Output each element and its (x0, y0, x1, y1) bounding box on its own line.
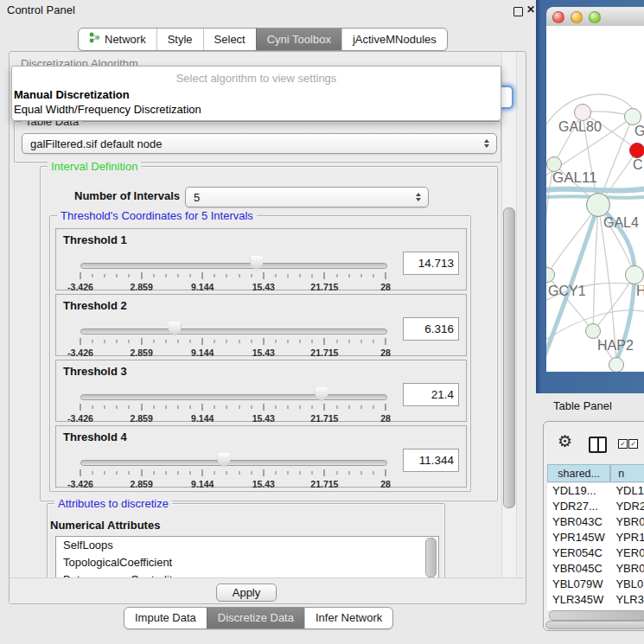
table-row[interactable]: YBL079WYBL0 (547, 577, 644, 592)
tab-discretize-data[interactable]: Discretize Data (207, 608, 304, 628)
node-label: C (633, 157, 643, 173)
table-cell[interactable]: YPR145W (547, 530, 610, 545)
number-of-intervals-label: Number of Intervals (74, 189, 180, 202)
threshold-value-field[interactable] (403, 449, 459, 472)
node-h[interactable] (625, 265, 644, 284)
node-label: H (636, 284, 644, 299)
node-bottom[interactable] (609, 357, 624, 372)
table-cell[interactable]: YBL079W (547, 577, 610, 592)
node-gal80[interactable] (574, 104, 591, 121)
table-cell[interactable]: YDR27... (547, 499, 610, 514)
gear-icon[interactable]: ⚙ (558, 433, 572, 450)
attributes-group: Attributes to discretize Numerical Attri… (47, 503, 445, 586)
table-row[interactable]: YBR043CYBR0 (547, 514, 644, 530)
list-item[interactable]: SelfLoops (56, 537, 438, 554)
table-row[interactable]: YLR345WYLR3 (547, 592, 644, 608)
slider-track (80, 328, 387, 335)
minimize-traffic-light-icon[interactable] (571, 11, 583, 23)
apply-bar: Apply (10, 577, 524, 603)
slider-tick-labels: -3.4262.8599.14415.4321.71528 (80, 413, 386, 424)
network-icon (89, 32, 100, 46)
table-cell[interactable]: YER0 (610, 545, 644, 561)
threshold-panel: Threshold 1-3.4262.8599.14415.4321.71528 (55, 228, 467, 290)
table-cell[interactable]: YLR3 (610, 592, 644, 608)
table-cell[interactable]: YBR043C (547, 514, 610, 530)
tick-label: 9.144 (191, 413, 214, 424)
table-row[interactable]: YER054CYER0 (547, 545, 644, 561)
list-item[interactable]: TopologicalCoefficient (56, 554, 438, 571)
table-cell[interactable]: YPR1 (610, 530, 644, 545)
tab-label: Infer Network (316, 611, 382, 624)
table-panel-title: Table Panel (553, 399, 612, 412)
tab-style[interactable]: Style (156, 29, 203, 50)
slider-ticks (80, 272, 386, 280)
tab-select[interactable]: Select (203, 29, 256, 50)
tab-cyni-toolbox[interactable]: Cyni Toolbox (256, 29, 341, 50)
panel-scrollbar-thumb[interactable] (503, 207, 515, 508)
tick-label: 9.144 (191, 348, 214, 358)
table-row[interactable]: YDL19...YDL1 (547, 483, 644, 499)
close-traffic-light-icon[interactable] (552, 11, 564, 23)
slider-track (80, 394, 387, 400)
list-scrollbar-thumb[interactable] (425, 538, 437, 577)
network-canvas[interactable]: GAL80GCGAL11GAL4GCY1HHAP2 (546, 26, 644, 372)
node-hap2[interactable] (585, 323, 601, 339)
table-cell[interactable]: YDL19... (547, 483, 610, 499)
table-cell[interactable]: YBR0 (610, 561, 644, 577)
apply-button[interactable]: Apply (216, 583, 277, 602)
node-upper-right[interactable] (624, 108, 641, 125)
tab-label: Network (105, 33, 146, 46)
numerical-attributes-list[interactable]: SelfLoopsTopologicalCoefficientBetweenne… (55, 536, 439, 581)
tab-network[interactable]: Network (79, 29, 156, 50)
tab-label: Style (168, 33, 193, 46)
table-row[interactable]: YBR045CYBR0 (547, 561, 644, 577)
node-label: G (634, 124, 644, 139)
threshold-value-field[interactable] (403, 317, 459, 341)
table-cell[interactable]: YDR2 (610, 499, 644, 514)
tab-jactivemnodules[interactable]: jActiveMNodules (341, 29, 447, 50)
slider-ticks (80, 338, 386, 346)
table-cell[interactable]: YBR045C (547, 561, 610, 577)
node-red[interactable] (629, 143, 644, 158)
tick-label: -3.426 (67, 479, 93, 489)
tab-impute-data[interactable]: Impute Data (124, 608, 207, 628)
node-gal4[interactable] (586, 193, 610, 217)
control-panel-title: Control Panel (7, 3, 75, 16)
slider-tick-labels: -3.4262.8599.14415.4321.71528 (80, 282, 386, 292)
threshold-slider[interactable]: -3.4262.8599.14415.4321.71528 (80, 385, 386, 419)
close-icon[interactable]: ✕ (526, 3, 535, 16)
threshold-value-field[interactable] (403, 252, 459, 275)
dropdown-option-manual[interactable]: Manual Discretization (14, 88, 130, 101)
table-row[interactable]: YPR145WYPR1 (547, 530, 644, 545)
column-header[interactable]: n (610, 464, 644, 482)
table-cell[interactable]: YBR0 (610, 514, 644, 530)
table-hscrollbar-thumb[interactable] (549, 610, 644, 621)
threshold-slider[interactable]: -3.4262.8599.14415.4321.71528 (80, 450, 386, 485)
slider-ticks (80, 404, 386, 411)
dropdown-option-equal-width[interactable]: Equal Width/Frequency Discretization (14, 103, 201, 116)
column-header[interactable]: shared... (547, 464, 610, 482)
number-of-intervals-value: 5 (186, 191, 411, 204)
panel-hscrollbar-thumb[interactable] (545, 621, 644, 629)
table-cell[interactable]: YDL1 (610, 483, 644, 499)
table-cell[interactable]: YER054C (547, 545, 610, 561)
split-columns-icon[interactable] (589, 437, 607, 453)
threshold-value-field[interactable] (403, 383, 459, 406)
zoom-traffic-light-icon[interactable] (589, 11, 601, 23)
table-cell[interactable]: YLR345W (547, 592, 610, 608)
tick-label: -3.426 (67, 348, 93, 358)
tab-infer-network[interactable]: Infer Network (304, 608, 392, 628)
node-label: GAL4 (603, 215, 639, 231)
number-of-intervals-combobox[interactable]: 5 (185, 187, 429, 207)
checkbox-icon[interactable]: ✓ (618, 439, 628, 449)
checkbox-icon[interactable]: ✓ (628, 439, 638, 449)
algorithm-dropdown-popup: Select algorithm to view settings Manual… (11, 66, 501, 121)
table-cell[interactable]: YBL0 (610, 577, 644, 592)
threshold-slider[interactable]: -3.4262.8599.14415.4321.71528 (80, 253, 386, 288)
network-window-titlebar[interactable] (546, 7, 644, 27)
float-window-icon[interactable] (513, 7, 523, 16)
table-row[interactable]: YDR27...YDR2 (547, 499, 644, 514)
table-panel: ⚙ ✓ ✓ shared...n YDL19...YDL1YDR27...YDR… (543, 421, 644, 631)
threshold-slider[interactable]: -3.4262.8599.14415.4321.71528 (80, 319, 386, 354)
table-data-combobox[interactable]: galFiltered.sif default node (22, 133, 497, 154)
